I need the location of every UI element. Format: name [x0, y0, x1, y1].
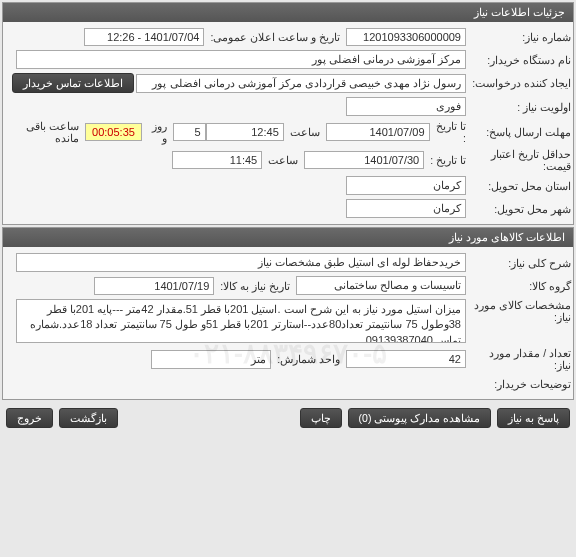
exit-button[interactable]: خروج	[6, 408, 53, 428]
time-label-1: ساعت	[284, 126, 326, 138]
remain-text-label: ساعت باقی مانده	[5, 120, 85, 144]
time-label-2: ساعت	[262, 154, 304, 166]
validity-time-field: 11:45	[172, 151, 262, 169]
goods-info-panel: اطلاعات کالاهای مورد نیاز شرح کلی نیاز: …	[2, 227, 574, 400]
announce-label: تاریخ و ساعت اعلان عمومی:	[204, 31, 346, 43]
unit-field: متر	[151, 350, 271, 369]
remain-and-label: روز و	[142, 120, 174, 144]
remain-timer-field: 00:05:35	[85, 123, 142, 141]
province-field: کرمان	[346, 176, 466, 195]
need-date-field: 1401/07/19	[94, 277, 214, 295]
priority-field: فوری	[346, 97, 466, 116]
qty-label: تعداد / مقدار مورد نیاز:	[466, 347, 571, 371]
respond-button[interactable]: پاسخ به نیاز	[497, 408, 570, 428]
remain-days-field: 5	[173, 123, 205, 141]
deadline-label: مهلت ارسال پاسخ:	[466, 126, 571, 138]
view-attachments-button[interactable]: مشاهده مدارک پیوستی (0)	[348, 408, 492, 428]
desc-field: خریدحفاظ لوله ای استیل طبق مشخصات نیاز	[16, 253, 466, 272]
city-field: کرمان	[346, 199, 466, 218]
goods-info-header: اطلاعات کالاهای مورد نیاز	[3, 228, 573, 247]
validity-date-field: 1401/07/30	[304, 151, 424, 169]
need-number-field: 1201093306000009	[346, 28, 466, 46]
need-details-header: جزئیات اطلاعات نیاز	[3, 3, 573, 22]
priority-label: اولویت نیاز :	[466, 101, 571, 113]
print-button[interactable]: چاپ	[300, 408, 342, 428]
spec-label: مشخصات کالای مورد نیاز:	[466, 299, 571, 323]
province-label: استان محل تحویل:	[466, 180, 571, 192]
buyer-contact-button[interactable]: اطلاعات تماس خریدار	[12, 73, 134, 93]
org-label: نام دستگاه خریدار:	[466, 54, 571, 66]
announce-field: 1401/07/04 - 12:26	[84, 28, 204, 46]
action-button-bar: پاسخ به نیاز مشاهده مدارک پیوستی (0) چاپ…	[0, 402, 576, 434]
buyer-notes-label: توضیحات خریدار:	[466, 378, 571, 390]
city-label: شهر محل تحویل:	[466, 203, 571, 215]
goods-info-body: شرح کلی نیاز: خریدحفاظ لوله ای استیل طبق…	[3, 247, 573, 399]
creator-label: ایجاد کننده درخواست:	[466, 77, 571, 89]
desc-label: شرح کلی نیاز:	[466, 257, 571, 269]
group-field: تاسیسات و مصالح ساختمانی	[296, 276, 466, 295]
group-label: گروه کالا:	[466, 280, 571, 292]
deadline-time-field: 12:45	[206, 123, 284, 141]
spec-field	[16, 299, 466, 343]
unit-label: واحد شمارش:	[271, 353, 346, 365]
back-button[interactable]: بازگشت	[59, 408, 118, 428]
need-details-body: شماره نیاز: 1201093306000009 تاریخ و ساع…	[3, 22, 573, 224]
to-date-label-2: تا تاریخ :	[424, 154, 466, 166]
to-date-label-1: تا تاریخ :	[430, 120, 466, 144]
need-details-panel: جزئیات اطلاعات نیاز شماره نیاز: 12010933…	[2, 2, 574, 225]
validity-label: حداقل تاریخ اعتبار قیمت:	[466, 148, 571, 172]
deadline-date-field: 1401/07/09	[326, 123, 430, 141]
need-date-label: تاریخ نیاز به کالا:	[214, 280, 296, 292]
need-number-label: شماره نیاز:	[466, 31, 571, 43]
qty-field: 42	[346, 350, 466, 368]
org-field: مرکز آموزشی درمانی افضلی پور	[16, 50, 466, 69]
creator-field: رسول نژاد مهدی خبیصی قراردادی مرکز آموزش…	[136, 74, 466, 93]
